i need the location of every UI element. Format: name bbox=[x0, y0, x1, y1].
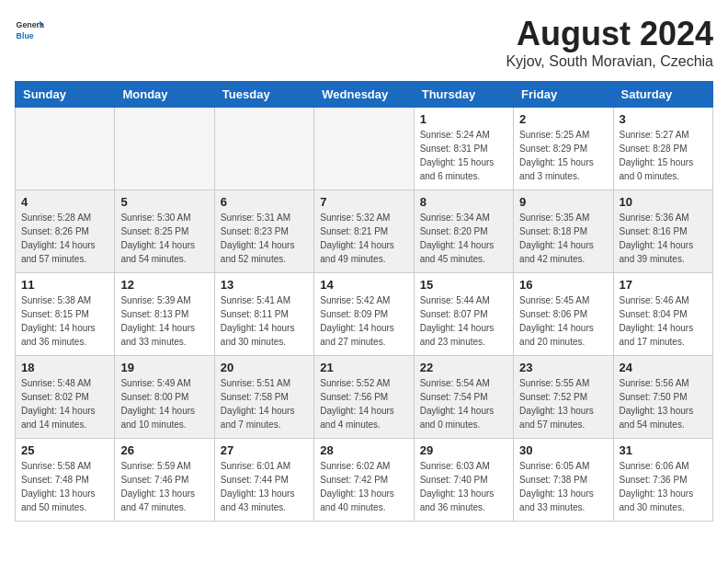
day-detail: Sunrise: 5:36 AM Sunset: 8:16 PM Dayligh… bbox=[620, 211, 707, 266]
calendar-cell: 1Sunrise: 5:24 AM Sunset: 8:31 PM Daylig… bbox=[414, 108, 513, 190]
day-detail: Sunrise: 5:30 AM Sunset: 8:25 PM Dayligh… bbox=[120, 211, 208, 266]
calendar-cell: 26Sunrise: 5:59 AM Sunset: 7:46 PM Dayli… bbox=[115, 439, 214, 522]
calendar-cell: 31Sunrise: 6:06 AM Sunset: 7:36 PM Dayli… bbox=[613, 439, 712, 522]
day-number: 31 bbox=[620, 443, 707, 457]
calendar-cell: 30Sunrise: 6:05 AM Sunset: 7:38 PM Dayli… bbox=[514, 439, 613, 522]
day-detail: Sunrise: 5:35 AM Sunset: 8:18 PM Dayligh… bbox=[519, 211, 607, 266]
day-detail: Sunrise: 6:01 AM Sunset: 7:44 PM Dayligh… bbox=[221, 459, 308, 514]
calendar-cell bbox=[214, 108, 313, 190]
calendar-cell: 2Sunrise: 5:25 AM Sunset: 8:29 PM Daylig… bbox=[514, 108, 613, 190]
day-detail: Sunrise: 5:56 AM Sunset: 7:50 PM Dayligh… bbox=[620, 376, 707, 431]
calendar-cell: 18Sunrise: 5:48 AM Sunset: 8:02 PM Dayli… bbox=[16, 356, 115, 439]
day-header-thursday: Thursday bbox=[414, 82, 513, 108]
day-detail: Sunrise: 5:49 AM Sunset: 8:00 PM Dayligh… bbox=[120, 376, 208, 431]
day-detail: Sunrise: 6:06 AM Sunset: 7:36 PM Dayligh… bbox=[620, 459, 707, 514]
calendar-week-row: 4Sunrise: 5:28 AM Sunset: 8:26 PM Daylig… bbox=[16, 190, 713, 273]
day-header-friday: Friday bbox=[514, 82, 613, 108]
day-detail: Sunrise: 5:55 AM Sunset: 7:52 PM Dayligh… bbox=[519, 376, 607, 431]
day-detail: Sunrise: 5:44 AM Sunset: 8:07 PM Dayligh… bbox=[420, 293, 507, 349]
svg-text:Blue: Blue bbox=[17, 31, 34, 40]
day-detail: Sunrise: 5:48 AM Sunset: 8:02 PM Dayligh… bbox=[21, 376, 108, 431]
day-detail: Sunrise: 5:42 AM Sunset: 8:09 PM Dayligh… bbox=[320, 293, 407, 349]
day-number: 8 bbox=[420, 195, 507, 209]
day-number: 25 bbox=[21, 443, 108, 457]
day-number: 28 bbox=[320, 443, 407, 457]
day-number: 19 bbox=[120, 361, 208, 374]
day-number: 24 bbox=[620, 361, 707, 374]
day-number: 17 bbox=[620, 278, 707, 292]
day-number: 10 bbox=[620, 195, 707, 209]
day-number: 27 bbox=[221, 443, 308, 457]
day-detail: Sunrise: 5:31 AM Sunset: 8:23 PM Dayligh… bbox=[221, 211, 308, 266]
day-detail: Sunrise: 6:03 AM Sunset: 7:40 PM Dayligh… bbox=[420, 459, 507, 514]
day-number: 20 bbox=[221, 361, 308, 374]
calendar-cell: 6Sunrise: 5:31 AM Sunset: 8:23 PM Daylig… bbox=[214, 190, 313, 273]
month-year-title: August 2024 bbox=[506, 15, 713, 53]
day-number: 1 bbox=[420, 112, 507, 126]
day-number: 3 bbox=[620, 112, 707, 126]
day-number: 26 bbox=[120, 443, 208, 457]
day-detail: Sunrise: 5:24 AM Sunset: 8:31 PM Dayligh… bbox=[420, 128, 507, 183]
day-header-wednesday: Wednesday bbox=[314, 82, 414, 108]
calendar-cell: 3Sunrise: 5:27 AM Sunset: 8:28 PM Daylig… bbox=[613, 108, 712, 190]
day-detail: Sunrise: 5:54 AM Sunset: 7:54 PM Dayligh… bbox=[420, 376, 507, 431]
day-number: 6 bbox=[221, 195, 308, 209]
calendar-cell: 14Sunrise: 5:42 AM Sunset: 8:09 PM Dayli… bbox=[314, 273, 414, 356]
day-number: 2 bbox=[519, 112, 607, 126]
calendar-cell: 19Sunrise: 5:49 AM Sunset: 8:00 PM Dayli… bbox=[115, 356, 214, 439]
day-detail: Sunrise: 5:28 AM Sunset: 8:26 PM Dayligh… bbox=[21, 211, 108, 266]
calendar-header-row: SundayMondayTuesdayWednesdayThursdayFrid… bbox=[16, 82, 713, 108]
calendar-cell: 10Sunrise: 5:36 AM Sunset: 8:16 PM Dayli… bbox=[613, 190, 712, 273]
day-detail: Sunrise: 5:45 AM Sunset: 8:06 PM Dayligh… bbox=[519, 293, 607, 349]
calendar-cell: 5Sunrise: 5:30 AM Sunset: 8:25 PM Daylig… bbox=[115, 190, 214, 273]
day-detail: Sunrise: 5:38 AM Sunset: 8:15 PM Dayligh… bbox=[21, 293, 108, 349]
calendar-cell: 12Sunrise: 5:39 AM Sunset: 8:13 PM Dayli… bbox=[115, 273, 214, 356]
day-number: 22 bbox=[420, 361, 507, 374]
calendar-cell bbox=[16, 108, 115, 190]
day-detail: Sunrise: 6:05 AM Sunset: 7:38 PM Dayligh… bbox=[519, 459, 607, 514]
calendar-cell: 23Sunrise: 5:55 AM Sunset: 7:52 PM Dayli… bbox=[514, 356, 613, 439]
day-detail: Sunrise: 5:59 AM Sunset: 7:46 PM Dayligh… bbox=[120, 459, 208, 514]
day-detail: Sunrise: 5:46 AM Sunset: 8:04 PM Dayligh… bbox=[620, 293, 707, 349]
calendar-cell bbox=[314, 108, 414, 190]
calendar-week-row: 18Sunrise: 5:48 AM Sunset: 8:02 PM Dayli… bbox=[16, 356, 713, 439]
day-number: 18 bbox=[21, 361, 108, 374]
day-header-saturday: Saturday bbox=[613, 82, 712, 108]
day-header-sunday: Sunday bbox=[16, 82, 115, 108]
day-detail: Sunrise: 5:27 AM Sunset: 8:28 PM Dayligh… bbox=[620, 128, 707, 183]
day-detail: Sunrise: 6:02 AM Sunset: 7:42 PM Dayligh… bbox=[320, 459, 407, 514]
calendar-cell: 13Sunrise: 5:41 AM Sunset: 8:11 PM Dayli… bbox=[214, 273, 313, 356]
calendar-cell: 25Sunrise: 5:58 AM Sunset: 7:48 PM Dayli… bbox=[16, 439, 115, 522]
calendar-cell: 28Sunrise: 6:02 AM Sunset: 7:42 PM Dayli… bbox=[314, 439, 414, 522]
day-number: 15 bbox=[420, 278, 507, 292]
day-header-tuesday: Tuesday bbox=[214, 82, 313, 108]
day-number: 30 bbox=[519, 443, 607, 457]
day-number: 16 bbox=[519, 278, 607, 292]
calendar-week-row: 1Sunrise: 5:24 AM Sunset: 8:31 PM Daylig… bbox=[16, 108, 713, 190]
calendar-week-row: 25Sunrise: 5:58 AM Sunset: 7:48 PM Dayli… bbox=[16, 439, 713, 522]
day-number: 7 bbox=[320, 195, 407, 209]
day-number: 29 bbox=[420, 443, 507, 457]
day-detail: Sunrise: 5:41 AM Sunset: 8:11 PM Dayligh… bbox=[221, 293, 308, 349]
day-number: 5 bbox=[120, 195, 208, 209]
day-number: 12 bbox=[120, 278, 208, 292]
day-number: 14 bbox=[320, 278, 407, 292]
calendar-cell: 16Sunrise: 5:45 AM Sunset: 8:06 PM Dayli… bbox=[514, 273, 613, 356]
day-number: 9 bbox=[519, 195, 607, 209]
calendar-cell: 22Sunrise: 5:54 AM Sunset: 7:54 PM Dayli… bbox=[414, 356, 513, 439]
calendar-cell: 20Sunrise: 5:51 AM Sunset: 7:58 PM Dayli… bbox=[214, 356, 313, 439]
page-header: General Blue August 2024 Kyjov, South Mo… bbox=[15, 15, 713, 70]
day-number: 13 bbox=[221, 278, 308, 292]
calendar-cell bbox=[115, 108, 214, 190]
calendar-cell: 21Sunrise: 5:52 AM Sunset: 7:56 PM Dayli… bbox=[314, 356, 414, 439]
logo-icon: General Blue bbox=[15, 15, 44, 44]
calendar-cell: 9Sunrise: 5:35 AM Sunset: 8:18 PM Daylig… bbox=[514, 190, 613, 273]
calendar-cell: 7Sunrise: 5:32 AM Sunset: 8:21 PM Daylig… bbox=[314, 190, 414, 273]
day-detail: Sunrise: 5:58 AM Sunset: 7:48 PM Dayligh… bbox=[21, 459, 108, 514]
location-subtitle: Kyjov, South Moravian, Czechia bbox=[506, 53, 713, 70]
calendar-cell: 15Sunrise: 5:44 AM Sunset: 8:07 PM Dayli… bbox=[414, 273, 513, 356]
calendar-table: SundayMondayTuesdayWednesdayThursdayFrid… bbox=[15, 81, 713, 522]
day-detail: Sunrise: 5:25 AM Sunset: 8:29 PM Dayligh… bbox=[519, 128, 607, 183]
day-header-monday: Monday bbox=[115, 82, 214, 108]
day-detail: Sunrise: 5:34 AM Sunset: 8:20 PM Dayligh… bbox=[420, 211, 507, 266]
